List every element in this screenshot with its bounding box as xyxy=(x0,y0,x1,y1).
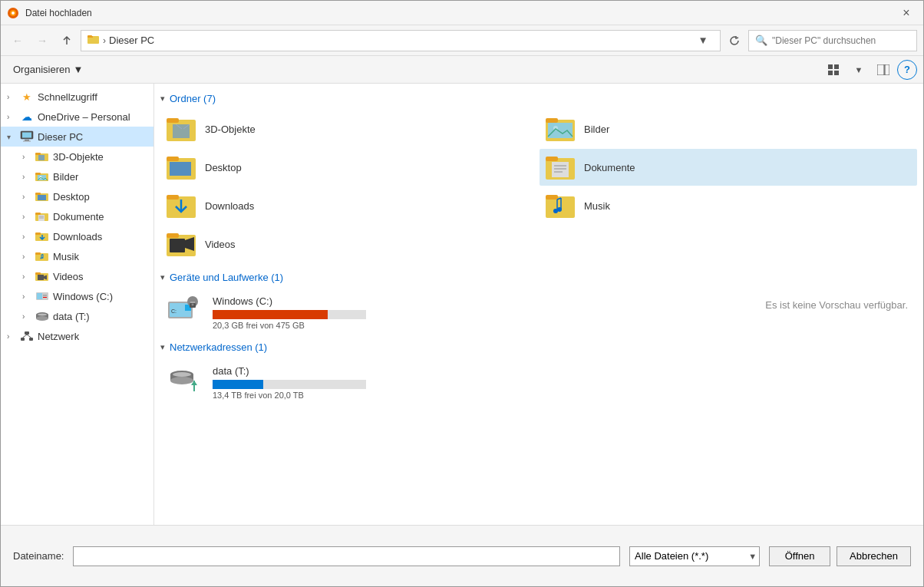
cloud-icon: ☁ xyxy=(19,109,35,124)
organize-label: Organisieren xyxy=(13,64,70,75)
folder-docs-icon xyxy=(546,153,576,181)
sidebar-item-schnellzugriff[interactable]: › ★ Schnellzugriff xyxy=(1,87,153,107)
preview-pane-button[interactable] xyxy=(873,60,894,80)
svg-rect-78 xyxy=(167,233,179,238)
sidebar-item-data-t[interactable]: › data (T:) xyxy=(1,306,153,326)
geraete-section-title: Geräte und Laufwerke (1) xyxy=(170,272,283,283)
svg-rect-48 xyxy=(25,331,29,335)
sidebar-item-onedrive[interactable]: › ☁ OneDrive – Personal xyxy=(1,107,153,127)
expand-arrow: › xyxy=(22,272,31,281)
drive-size: 20,3 GB frei von 475 GB xyxy=(213,321,911,330)
sidebar-item-bilder[interactable]: › Bilder xyxy=(1,167,153,186)
ordner-folder-grid: 3D-Objekte Bilder xyxy=(160,110,917,262)
help-button[interactable]: ? xyxy=(897,60,917,80)
preview-text: Es ist keine Vorschau verfügbar. xyxy=(765,298,908,310)
folder-name: Downloads xyxy=(205,200,254,212)
folder-item-dokumente[interactable]: Dokumente xyxy=(540,149,917,186)
folder-name: 3D-Objekte xyxy=(205,124,256,135)
svg-rect-72 xyxy=(167,195,179,200)
sidebar-label: OneDrive – Personal xyxy=(38,111,130,123)
filename-input[interactable] xyxy=(73,546,620,566)
sidebar-label: data (T:) xyxy=(53,311,90,322)
svg-rect-6 xyxy=(828,64,833,69)
svg-rect-24 xyxy=(35,193,41,195)
sidebar-item-netzwerk[interactable]: › Netzwerk xyxy=(1,326,153,346)
ordner-section-header[interactable]: ▾ Ordner (7) xyxy=(160,93,917,104)
sidebar-item-3d-objekte[interactable]: › 3D-Objekte xyxy=(1,147,153,167)
geraete-collapse-icon: ▾ xyxy=(160,272,165,282)
svg-rect-60 xyxy=(548,123,573,138)
svg-point-90 xyxy=(170,377,193,384)
search-input[interactable] xyxy=(772,35,910,46)
svg-rect-17 xyxy=(35,153,41,155)
folder-item-3d-objekte[interactable]: 3D-Objekte xyxy=(160,110,538,147)
organize-arrow: ▼ xyxy=(73,64,83,75)
sidebar-label: 3D-Objekte xyxy=(53,151,104,163)
netzwerk-section-title: Netzwerkadressen (1) xyxy=(170,341,267,353)
sidebar-item-videos[interactable]: › Videos xyxy=(1,266,153,286)
sidebar-item-desktop[interactable]: › Desktop xyxy=(1,186,153,206)
view-dropdown-button[interactable]: ▼ xyxy=(848,60,870,80)
main-content: › ★ Schnellzugriff › ☁ OneDrive – Person… xyxy=(1,84,923,525)
address-path[interactable]: › Dieser PC ▼ xyxy=(81,30,721,51)
svg-rect-27 xyxy=(35,213,41,215)
svg-rect-7 xyxy=(834,64,839,69)
folder-item-bilder[interactable]: Bilder xyxy=(540,110,917,147)
svg-point-91 xyxy=(173,372,191,377)
drive-bar-bg xyxy=(213,380,366,389)
sidebar-item-musik[interactable]: › Musik xyxy=(1,246,153,266)
dialog-title: Datei hochladen xyxy=(25,8,889,18)
sidebar-item-dieser-pc[interactable]: ▾ Dieser PC xyxy=(1,127,153,147)
drive-item-windows-c[interactable]: C: Windows (C:) 20,3 GB frei von 475 GB xyxy=(160,289,917,335)
folder-item-downloads[interactable]: Downloads xyxy=(160,187,538,224)
organize-button[interactable]: Organisieren ▼ xyxy=(7,60,89,80)
svg-rect-13 xyxy=(22,133,31,138)
up-button[interactable] xyxy=(56,30,78,51)
svg-rect-67 xyxy=(552,162,569,177)
folder-name: Desktop xyxy=(205,162,242,173)
folder-item-videos[interactable]: Videos xyxy=(160,226,538,262)
open-button[interactable]: Öffnen xyxy=(769,546,830,566)
expand-arrow: › xyxy=(22,252,31,261)
expand-arrow: › xyxy=(7,93,16,101)
sidebar-label: Dokumente xyxy=(53,211,104,223)
firefox-icon xyxy=(7,7,19,19)
search-icon: 🔍 xyxy=(755,35,767,46)
path-folder-icon xyxy=(87,34,100,47)
filetype-select[interactable]: Alle Dateien (*.*) xyxy=(629,546,760,566)
svg-point-35 xyxy=(41,258,42,259)
folder-item-desktop[interactable]: Desktop xyxy=(160,149,538,186)
back-button[interactable]: ← xyxy=(7,30,28,51)
sidebar-label: Bilder xyxy=(53,171,78,183)
drive-item-data-t[interactable]: data (T:) 13,4 TB frei von 20,0 TB xyxy=(160,359,917,405)
sidebar-item-dokumente[interactable]: › Dokumente xyxy=(1,206,153,226)
svg-rect-10 xyxy=(877,64,884,75)
expand-arrow: › xyxy=(22,232,31,241)
sidebar-label: Downloads xyxy=(53,231,102,242)
svg-rect-42 xyxy=(43,295,47,296)
netzwerk-section-header[interactable]: ▾ Netzwerkadressen (1) xyxy=(160,341,917,353)
ordner-collapse-icon: ▾ xyxy=(160,94,165,104)
file-area: ▾ Ordner (7) 3D-Objekte xyxy=(154,84,923,525)
forward-button[interactable]: → xyxy=(31,30,53,51)
drive-windows-icon: C: xyxy=(167,294,203,331)
folder-item-musik[interactable]: Musik xyxy=(540,187,917,224)
address-dropdown-button[interactable]: ▼ xyxy=(692,30,714,51)
drive-bar-bg xyxy=(213,310,366,319)
sidebar-label: Videos xyxy=(53,271,84,282)
cancel-button[interactable]: Abbrechen xyxy=(837,546,911,566)
svg-point-47 xyxy=(38,314,47,316)
sidebar-item-downloads[interactable]: › Downloads xyxy=(1,226,153,246)
sidebar-label: Musik xyxy=(53,251,79,262)
view-options-button[interactable] xyxy=(823,60,845,80)
btn-row: Öffnen Abbrechen xyxy=(769,546,911,566)
drive-name: data (T:) xyxy=(213,365,911,377)
computer-icon xyxy=(19,129,35,144)
svg-rect-43 xyxy=(43,297,47,298)
geraete-section-header[interactable]: ▾ Geräte und Laufwerke (1) xyxy=(160,272,917,283)
close-button[interactable]: × xyxy=(896,2,917,24)
refresh-button[interactable] xyxy=(724,30,745,51)
sidebar-item-windows-c[interactable]: › Windows (C:) xyxy=(1,286,153,306)
svg-rect-49 xyxy=(21,338,25,341)
svg-point-76 xyxy=(557,207,562,212)
